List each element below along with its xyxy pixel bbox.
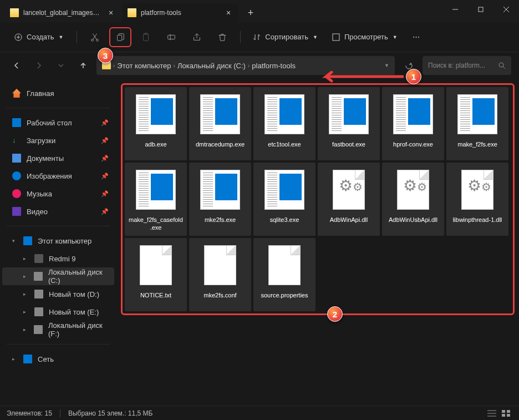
desktop-icon bbox=[12, 118, 21, 127]
crumb-disk-c[interactable]: Локальный диск (C:) bbox=[177, 62, 246, 70]
file-item[interactable]: sqlite3.exe bbox=[253, 163, 316, 236]
sort-button[interactable]: Сортировать ▼ bbox=[247, 29, 323, 44]
close-button[interactable] bbox=[493, 0, 519, 19]
file-item[interactable]: etc1tool.exe bbox=[253, 87, 316, 160]
pin-icon: 📌 bbox=[101, 137, 109, 144]
view-button[interactable]: Просмотреть ▼ bbox=[327, 29, 403, 44]
file-item[interactable]: source.properties bbox=[253, 238, 316, 311]
chevron-down-icon: ▼ bbox=[313, 34, 318, 40]
separator bbox=[60, 409, 60, 417]
toolbar: Создать ▼ Сортировать ▼ Просмотреть ▼ ⋯ bbox=[0, 22, 519, 52]
separator bbox=[240, 31, 241, 43]
tab-platform-tools[interactable]: platform-tools × bbox=[122, 3, 238, 22]
sidebar-item-drive[interactable]: ▸Новый том (E:) bbox=[2, 303, 114, 321]
recent-button[interactable] bbox=[52, 57, 70, 74]
content-area[interactable]: adb.exedmtracedump.exeetc1tool.exefastbo… bbox=[116, 79, 519, 414]
delete-button[interactable] bbox=[211, 27, 233, 47]
file-label: dmtracedump.exe bbox=[196, 140, 245, 148]
sidebar-item-network[interactable]: ▸ Сеть bbox=[2, 350, 114, 368]
sidebar-item-Загрузки[interactable]: ↓Загрузки📌 bbox=[2, 131, 114, 149]
share-button[interactable] bbox=[186, 27, 208, 47]
exe-icon bbox=[200, 94, 240, 134]
item-count: Элементов: 15 bbox=[7, 409, 52, 417]
disk-icon bbox=[34, 272, 43, 281]
sidebar-item-Рабочий стол[interactable]: Рабочий стол📌 bbox=[2, 114, 114, 131]
more-button[interactable]: ⋯ bbox=[406, 27, 426, 47]
details-view-button[interactable] bbox=[486, 408, 498, 418]
chevron-right-icon[interactable]: ▸ bbox=[12, 356, 18, 362]
search-placeholder: Поиск в: platform... bbox=[428, 62, 485, 69]
video-icon bbox=[12, 207, 21, 216]
sidebar-item-Видео[interactable]: Видео📌 bbox=[2, 203, 114, 220]
sidebar-item-Музыка[interactable]: Музыка📌 bbox=[2, 185, 114, 203]
file-label: fastboot.exe bbox=[332, 140, 365, 148]
sidebar-label: Этот компьютер bbox=[38, 237, 91, 245]
dll-icon: ⚙⚙ bbox=[333, 170, 365, 210]
file-item[interactable]: NOTICE.txt bbox=[125, 238, 187, 311]
chevron-down-icon[interactable]: ▾ bbox=[12, 238, 18, 244]
file-label: mke2fs.conf bbox=[203, 291, 236, 299]
up-button[interactable] bbox=[74, 57, 92, 74]
file-item[interactable]: ⚙⚙AdbWinApi.dll bbox=[318, 163, 380, 236]
icons-view-button[interactable] bbox=[500, 408, 512, 418]
file-label: mke2fs.exe bbox=[205, 216, 236, 224]
sidebar-item-drive[interactable]: ▸Локальный диск (C:) bbox=[2, 267, 114, 285]
file-label: make_f2fs.exe bbox=[457, 140, 497, 148]
callout-3: 3 bbox=[98, 48, 113, 63]
tab-lancelot[interactable]: lancelot_global_images_V13.0.4 × bbox=[4, 3, 121, 22]
chevron-down-icon: ▼ bbox=[393, 34, 398, 40]
maximize-button[interactable] bbox=[468, 0, 493, 19]
search-input[interactable]: Поиск в: platform... bbox=[423, 56, 511, 75]
exe-icon bbox=[136, 94, 176, 134]
rename-button[interactable] bbox=[160, 27, 182, 47]
file-label: source.properties bbox=[261, 291, 308, 299]
file-item[interactable]: ⚙⚙AdbWinUsbApi.dll bbox=[382, 163, 444, 236]
close-icon[interactable]: × bbox=[224, 8, 233, 17]
cut-button[interactable] bbox=[84, 27, 106, 47]
chevron-right-icon[interactable]: ▸ bbox=[23, 327, 28, 332]
sidebar-item-drive[interactable]: ▸Новый том (D:) bbox=[2, 285, 114, 303]
chevron-right-icon[interactable]: ▸ bbox=[23, 309, 29, 315]
file-item[interactable]: hprof-conv.exe bbox=[382, 87, 444, 160]
paste-button[interactable] bbox=[135, 27, 157, 47]
sidebar-item-drive[interactable]: ▸Redmi 9 bbox=[2, 250, 114, 267]
file-item[interactable]: mke2fs.conf bbox=[189, 238, 251, 311]
sidebar-item-Документы[interactable]: Документы📌 bbox=[2, 149, 114, 167]
separator bbox=[77, 31, 77, 43]
svg-rect-10 bbox=[502, 410, 505, 413]
search-icon bbox=[498, 62, 506, 69]
copy-button[interactable] bbox=[109, 27, 131, 47]
file-item[interactable]: dmtracedump.exe bbox=[189, 87, 251, 160]
sidebar-item-home[interactable]: Главная bbox=[2, 84, 114, 102]
callout-2: 2 bbox=[327, 306, 343, 322]
file-label: NOTICE.txt bbox=[140, 291, 171, 299]
new-tab-button[interactable]: + bbox=[240, 3, 262, 22]
chevron-right-icon[interactable]: ▸ bbox=[23, 256, 29, 261]
forward-button[interactable] bbox=[30, 57, 48, 74]
sidebar-label: Загрузки bbox=[27, 136, 55, 145]
file-item[interactable]: fastboot.exe bbox=[318, 87, 380, 160]
sidebar-label: Новый том (E:) bbox=[49, 308, 99, 316]
chevron-right-icon[interactable]: ▸ bbox=[23, 291, 29, 297]
sidebar-item-drive[interactable]: ▸Локальный диск (F:) bbox=[2, 321, 114, 338]
close-icon[interactable]: × bbox=[106, 8, 115, 17]
sidebar-item-this-pc[interactable]: ▾ Этот компьютер bbox=[2, 232, 114, 250]
file-item[interactable]: ⚙⚙libwinpthread-1.dll bbox=[446, 163, 508, 236]
exe-icon bbox=[264, 94, 304, 134]
file-label: AdbWinApi.dll bbox=[330, 216, 368, 224]
file-item[interactable]: adb.exe bbox=[125, 87, 187, 160]
minimize-button[interactable] bbox=[442, 0, 468, 19]
pin-icon: 📌 bbox=[101, 155, 109, 162]
chevron-down-icon[interactable]: ▼ bbox=[384, 63, 389, 68]
dll-icon: ⚙⚙ bbox=[461, 170, 493, 210]
sidebar-item-Изображения[interactable]: Изображения📌 bbox=[2, 167, 114, 185]
crumb-this-pc[interactable]: Этот компьютер bbox=[117, 62, 171, 70]
chevron-right-icon[interactable]: ▸ bbox=[23, 274, 28, 279]
crumb-platform-tools[interactable]: platform-tools bbox=[252, 62, 296, 70]
chevron-down-icon: ▼ bbox=[58, 34, 63, 40]
file-item[interactable]: mke2fs.exe bbox=[189, 163, 251, 236]
file-item[interactable]: make_f2fs.exe bbox=[446, 87, 508, 160]
file-item[interactable]: make_f2fs_casefold.exe bbox=[125, 163, 187, 236]
back-button[interactable] bbox=[8, 57, 26, 74]
create-button[interactable]: Создать ▼ bbox=[8, 29, 70, 44]
